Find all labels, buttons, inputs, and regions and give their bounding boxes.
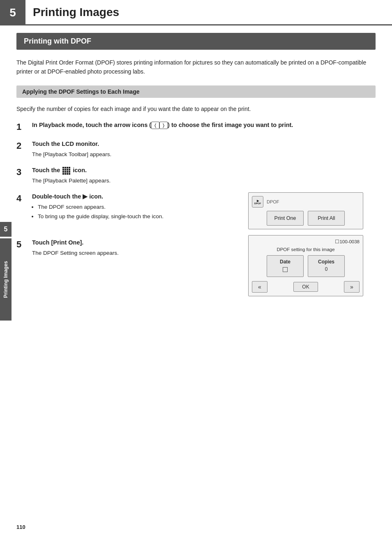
grid-dot: [62, 169, 64, 171]
screen-2-nav: « OK »: [252, 281, 360, 293]
step-4-bullet-1: The DPOF screen appears.: [38, 203, 248, 211]
grid-dot: [67, 169, 68, 171]
step-intro-text: Specify the number of copies for each im…: [16, 104, 376, 113]
date-label: Date: [274, 259, 297, 265]
step-1-title: In Playback mode, touch the arrow icons …: [32, 121, 376, 130]
step-with-image-container: 4 Double-touch the ▶ icon. The DPOF scre…: [16, 192, 376, 296]
ok-button[interactable]: OK: [293, 282, 318, 292]
subsection-header: Applying the DPOF Settings to Each Image: [16, 85, 376, 98]
copies-setting-box: Copies 0: [308, 255, 345, 277]
screen-2-image-ref: ☐100-0038: [335, 239, 360, 245]
left-arrow-icon: 〈: [151, 122, 159, 129]
grid-dot: [65, 171, 66, 173]
grid-dot: [65, 173, 66, 175]
grid-dot: [69, 173, 70, 175]
step-5-number: 5: [16, 238, 32, 250]
dpof-icon: ▶ DPOF: [252, 196, 263, 208]
step-5-content: Touch [Print One]. The DPOF Setting scre…: [32, 238, 248, 257]
step-3-content: Touch the: [32, 166, 376, 185]
step-4-bullet-2: To bring up the guide display, single-to…: [38, 212, 248, 221]
date-value: [274, 266, 297, 273]
right-arrow-icon: 〉: [159, 122, 168, 129]
step-4-content: Double-touch the ▶ icon. The DPOF screen…: [32, 192, 248, 222]
step-4-desc: The DPOF screen appears. To bring up the…: [32, 203, 248, 221]
grid-dot: [67, 173, 68, 175]
grid-dot: [62, 171, 64, 173]
step-2-number: 2: [16, 140, 32, 151]
steps-area: 1 In Playback mode, touch the arrow icon…: [16, 121, 376, 296]
dpof-icon-arrow: ▶: [257, 199, 259, 202]
step-2-content: Touch the LCD monitor. The [Playback Too…: [32, 140, 376, 159]
step-3: 3 Touch the: [16, 166, 376, 185]
step-2-desc: The [Playback Toolbar] appears.: [32, 150, 376, 159]
step-1-number: 1: [16, 121, 32, 132]
grid-dot: [62, 173, 64, 175]
grid-dot: [65, 167, 66, 168]
grid-dot: [69, 171, 70, 173]
chapter-title: Printing Images: [33, 6, 119, 19]
step-3-title: Touch the: [32, 166, 376, 175]
step-1-content: In Playback mode, touch the arrow icons …: [32, 121, 376, 132]
grid-icon: [62, 167, 70, 175]
grid-dot: [67, 167, 68, 168]
chapter-header: 5 Printing Images: [0, 0, 392, 25]
sidebar-tab-label: Printing Images: [3, 261, 9, 298]
step-1: 1 In Playback mode, touch the arrow icon…: [16, 121, 376, 132]
chapter-number: 5: [0, 0, 25, 25]
screen-1-label: DPOF: [267, 199, 279, 204]
sidebar-tab: Printing Images: [0, 238, 12, 321]
device-image-col: ▶ DPOF DPOF Print One Print All ☐100-003: [248, 192, 376, 296]
section-header: Printing with DPOF: [16, 33, 376, 50]
print-one-button[interactable]: Print One: [267, 211, 304, 226]
content-area: The Digital Print Order Format (DPOF) st…: [0, 58, 392, 296]
chapter-title-box: Printing Images: [25, 0, 392, 25]
step-4: 4 Double-touch the ▶ icon. The DPOF scre…: [16, 192, 248, 222]
device-screen-1: ▶ DPOF DPOF Print One Print All: [248, 192, 363, 229]
intro-text: The Digital Print Order Format (DPOF) st…: [16, 58, 376, 76]
date-checkbox[interactable]: [283, 267, 288, 272]
steps-col: 4 Double-touch the ▶ icon. The DPOF scre…: [16, 192, 248, 265]
grid-dot: [69, 169, 70, 171]
screen-2-label: DPOF setting for this image: [252, 247, 360, 252]
page-number: 110: [16, 524, 25, 530]
screen-1-header: ▶ DPOF DPOF: [252, 196, 360, 208]
print-all-button[interactable]: Print All: [308, 211, 345, 226]
sidebar-chapter-number: 5: [0, 222, 12, 237]
grid-dot: [65, 169, 66, 171]
step-2-title: Touch the LCD monitor.: [32, 140, 376, 149]
screen-2-settings: Date Copies 0: [252, 255, 360, 277]
step-5-desc: The DPOF Setting screen appears.: [32, 249, 248, 257]
dpof-icon-label: DPOF: [254, 202, 261, 205]
prev-arrow-button[interactable]: «: [252, 281, 267, 293]
screen-1-buttons: Print One Print All: [252, 211, 360, 226]
screen-2-top: ☐100-0038: [252, 239, 360, 245]
step-3-desc: The [Playback Palette] appears.: [32, 177, 376, 185]
grid-dot: [62, 167, 64, 168]
step-4-number: 4: [16, 192, 32, 204]
step-4-title: Double-touch the ▶ icon.: [32, 192, 248, 201]
step-2: 2 Touch the LCD monitor. The [Playback T…: [16, 140, 376, 159]
step-5-title: Touch [Print One].: [32, 238, 248, 247]
copies-label: Copies: [315, 259, 338, 265]
step-5: 5 Touch [Print One]. The DPOF Setting sc…: [16, 238, 248, 257]
step-3-number: 3: [16, 166, 32, 178]
next-arrow-button[interactable]: »: [344, 281, 360, 293]
copies-value: 0: [315, 266, 338, 272]
grid-dot: [69, 167, 70, 168]
date-setting-box: Date: [267, 255, 304, 277]
device-screen-2: ☐100-0038 DPOF setting for this image Da…: [248, 235, 363, 296]
grid-dot: [67, 171, 68, 173]
